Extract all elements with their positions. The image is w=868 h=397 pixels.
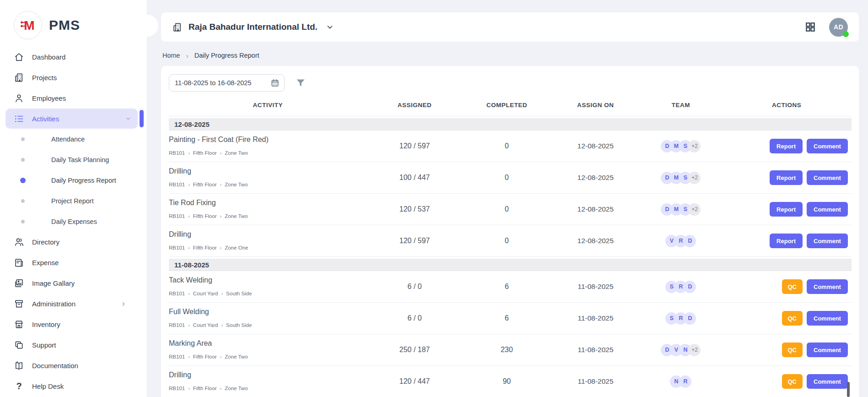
sidebar-item-directory[interactable]: Directory	[0, 232, 147, 252]
app-launcher-button[interactable]	[804, 21, 816, 33]
sidebar-item-employees[interactable]: Employees	[0, 88, 147, 109]
scrollbar-thumb[interactable]	[847, 382, 850, 397]
actions-cell: QCComment	[722, 279, 851, 294]
team-cell: DMS+2	[640, 172, 722, 184]
qc-button[interactable]: QC	[782, 311, 803, 326]
report-button[interactable]: Report	[770, 139, 803, 153]
filter-button[interactable]	[295, 77, 306, 88]
activity-location-path: RB101›Court Yard›South Side	[169, 291, 364, 296]
path-separator: ›	[188, 322, 190, 328]
sidebar-subitem-project-report[interactable]: Project Report	[0, 190, 147, 211]
sidebar-item-activities[interactable]: Activities	[5, 109, 138, 129]
date-range-input[interactable]	[175, 79, 268, 87]
building-icon	[172, 22, 183, 33]
completed-cell: 0	[463, 174, 551, 182]
qc-button[interactable]: QC	[782, 279, 803, 294]
team-member-avatar: R	[679, 375, 691, 388]
sidebar-subitem-attendance[interactable]: Attendance	[0, 129, 147, 149]
activity-name: Drilling	[169, 167, 364, 175]
list-icon	[14, 114, 24, 124]
comment-button[interactable]: Comment	[807, 202, 848, 217]
completed-cell: 6	[463, 314, 551, 322]
svg-text:M: M	[24, 18, 34, 33]
comment-button[interactable]: Comment	[807, 234, 848, 248]
comment-button[interactable]: Comment	[807, 279, 848, 294]
breadcrumb: Home › Daily Progress Report	[162, 52, 859, 59]
report-button[interactable]: Report	[770, 170, 803, 185]
qc-button[interactable]: QC	[782, 343, 803, 357]
path-segment: Zone Two	[225, 354, 248, 359]
sidebar-item-support[interactable]: Support	[0, 335, 147, 355]
sidebar-item-help-desk[interactable]: ?Help Desk	[0, 376, 147, 397]
top-header: Raja Bahadur International Ltd. AD	[161, 12, 859, 42]
calendar-icon[interactable]	[270, 78, 280, 87]
sidebar-subitem-daily-task-planning[interactable]: Daily Task Planning	[0, 149, 147, 170]
completed-cell: 0	[463, 237, 551, 245]
company-selector[interactable]: Raja Bahadur International Ltd.	[172, 22, 334, 33]
date-group-header: 12-08-2025	[169, 118, 852, 131]
table-row: Tack WeldingRB101›Court Yard›South Side6…	[169, 271, 852, 303]
actions-cell: ReportComment	[722, 234, 851, 248]
path-separator: ›	[188, 150, 190, 156]
activity-location-path: RB101›Court Yard›South Side	[169, 322, 364, 328]
activity-name: Marking Area	[169, 339, 364, 348]
header-actions: AD	[804, 18, 848, 37]
path-separator: ›	[188, 354, 190, 359]
completed-cell: 0	[463, 205, 551, 213]
path-segment: Zone One	[225, 245, 248, 250]
path-segment: Zone Two	[225, 150, 248, 156]
sidebar-item-expense[interactable]: Expense	[0, 252, 147, 273]
qc-button[interactable]: QC	[782, 374, 803, 389]
sidebar-item-label: Directory	[32, 238, 59, 246]
activity-name: Full Welding	[169, 308, 364, 316]
comment-button[interactable]: Comment	[807, 170, 848, 185]
sidebar: M PMS DashboardProjectsEmployeesActiviti…	[0, 0, 147, 397]
sidebar-item-label: Employees	[32, 94, 66, 102]
activity-location-path: RB101›Fifth Floor›Zone Two	[169, 354, 364, 359]
team-cell: DMS+2	[640, 140, 722, 152]
comment-button[interactable]: Comment	[807, 343, 848, 357]
sidebar-item-label: Image Gallary	[32, 279, 75, 287]
path-separator: ›	[188, 213, 190, 219]
activity-name: Tie Rod Fixing	[169, 199, 364, 207]
comment-button[interactable]: Comment	[807, 139, 848, 153]
sidebar-collapse-button[interactable]	[140, 18, 155, 33]
report-button[interactable]: Report	[770, 234, 803, 248]
path-segment: RB101	[169, 291, 185, 296]
date-range-picker[interactable]	[169, 74, 285, 92]
sidebar-item-image-gallary[interactable]: Image Gallary	[0, 273, 147, 294]
path-separator: ›	[221, 291, 223, 296]
sidebar-item-documentation[interactable]: Documentation	[0, 355, 147, 376]
column-header-activity: ACTIVITY	[169, 102, 367, 109]
sidebar-item-projects[interactable]: Projects	[0, 67, 147, 88]
team-cell: DVN+2	[640, 344, 722, 356]
actions-cell: ReportComment	[722, 170, 851, 185]
sidebar-item-label: Inventory	[32, 321, 60, 328]
company-name: Raja Bahadur International Ltd.	[189, 22, 318, 32]
breadcrumb-home-link[interactable]: Home	[162, 52, 180, 59]
user-avatar[interactable]: AD	[829, 18, 848, 37]
comment-button[interactable]: Comment	[807, 311, 848, 326]
path-separator: ›	[220, 245, 222, 250]
sidebar-subitem-daily-progress-report[interactable]: Daily Progress Report	[0, 170, 147, 190]
table-body: 12-08-2025Painting - First Coat (Fire Re…	[169, 118, 852, 397]
comment-button[interactable]: Comment	[807, 374, 848, 389]
assigned-cell: 120 / 597	[367, 142, 463, 150]
sidebar-item-dashboard[interactable]: Dashboard	[0, 47, 147, 67]
sidebar-item-inventory[interactable]: Inventory	[0, 314, 147, 335]
team-cell: SRD	[640, 312, 722, 325]
assigned-cell: 250 / 187	[367, 346, 463, 354]
report-button[interactable]: Report	[770, 202, 803, 217]
sidebar-subitem-daily-expenses[interactable]: Daily Expenses	[0, 211, 147, 232]
online-status-dot	[843, 31, 849, 37]
sidebar-item-administration[interactable]: Administration	[0, 294, 147, 314]
table-row: Painting - First Coat (Fire Red)RB101›Fi…	[169, 131, 852, 162]
column-header-actions: ACTIONS	[722, 102, 851, 109]
assigned-cell: 6 / 0	[367, 283, 463, 291]
team-member-avatar: D	[684, 235, 696, 247]
table-row: Tie Rod FixingRB101›Fifth Floor›Zone Two…	[169, 194, 852, 225]
breadcrumb-separator: ›	[186, 52, 189, 59]
column-header-team: TEAM	[640, 102, 722, 109]
team-extra-count: +2	[688, 172, 701, 184]
table-row: Marking AreaRB101›Fifth Floor›Zone Two25…	[169, 334, 852, 366]
